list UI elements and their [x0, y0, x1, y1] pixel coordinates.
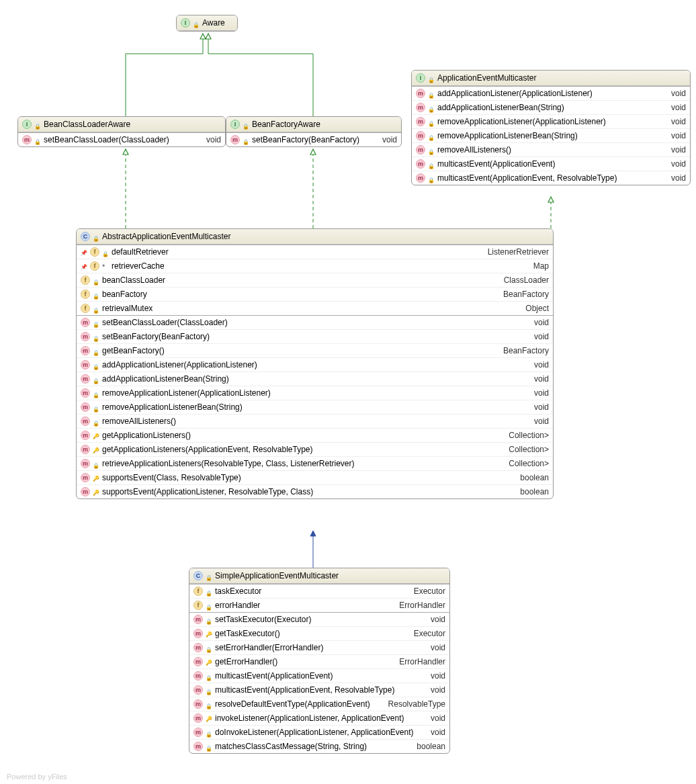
method-row: mgetBeanFactory()BeanFactory: [77, 343, 553, 357]
member-sig: addApplicationListenerBean(String): [437, 103, 655, 112]
lock-icon: [93, 361, 99, 368]
method-icon: m: [81, 402, 90, 412]
method-sig: setBeanClassLoader(ClassLoader): [44, 135, 190, 144]
field-icon: f: [81, 275, 90, 285]
member-ret: void: [417, 728, 445, 737]
member-ret: void: [521, 402, 549, 412]
method-row: msetBeanClassLoader(ClassLoader)void: [77, 316, 553, 329]
member-ret: void: [658, 89, 686, 98]
key-icon: [93, 431, 99, 440]
field-icon: f: [90, 247, 99, 257]
lock-icon: [93, 460, 99, 467]
method-row: mgetApplicationListeners()Collection>: [77, 428, 553, 442]
member-ret: boolean: [507, 473, 549, 482]
field-icon: f: [81, 304, 90, 313]
method-icon: m: [193, 629, 203, 638]
lock-icon: [428, 146, 435, 153]
method-row: mmulticastEvent(ApplicationEvent, Resolv…: [412, 171, 690, 185]
member-ret: BeanFactory: [490, 346, 549, 355]
member-sig: addApplicationListener(ApplicationListen…: [437, 89, 655, 98]
member-ret: void: [417, 643, 445, 652]
lock-icon: [206, 687, 212, 693]
member-sig: getBeanFactory(): [102, 346, 487, 355]
method-icon: m: [81, 487, 90, 496]
method-row: mgetTaskExecutor()Executor: [189, 626, 449, 640]
lock-icon: [193, 19, 200, 26]
method-icon: m: [230, 135, 240, 144]
member-ret: void: [417, 671, 445, 681]
method-icon: m: [81, 431, 90, 440]
member-sig: removeApplicationListenerBean(String): [437, 131, 655, 140]
member-sig: retrieverCache: [112, 261, 517, 271]
class-aware[interactable]: IAware: [176, 15, 238, 32]
lock-icon: [93, 233, 99, 240]
method-ret: void: [193, 135, 221, 144]
class-title: BeanClassLoaderAware: [44, 120, 221, 129]
method-icon: m: [81, 388, 90, 398]
class-saem[interactable]: CSimpleApplicationEventMulticaster ftask…: [189, 568, 450, 754]
member-sig: beanClassLoader: [102, 275, 488, 285]
member-ret: boolean: [507, 487, 549, 496]
class-title: Aware: [202, 18, 233, 28]
member-ret: void: [521, 332, 549, 341]
method-icon: m: [193, 671, 203, 681]
interface-icon: I: [181, 18, 190, 28]
key-icon: [93, 487, 99, 496]
method-row: mretrieveApplicationListeners(Resolvable…: [77, 456, 553, 470]
class-icon: C: [81, 232, 90, 241]
method-row: maddApplicationListener(ApplicationListe…: [412, 87, 690, 100]
method-row: mresolveDefaultEventType(ApplicationEven…: [189, 697, 449, 711]
lock-icon: [428, 104, 435, 111]
method-icon: m: [416, 173, 425, 183]
class-bcla[interactable]: IBeanClassLoaderAware msetBeanClassLoade…: [17, 116, 226, 147]
method-row: maddApplicationListenerBean(String)void: [412, 100, 690, 114]
member-sig: getErrorHandler(): [215, 657, 383, 666]
lock-icon: [93, 319, 99, 326]
method-row: mremoveAllListeners()void: [412, 142, 690, 157]
member-ret: Collection>: [495, 445, 549, 454]
method-row: minvokeListener(ApplicationListener, App…: [189, 711, 449, 725]
class-bfa[interactable]: IBeanFactoryAware msetBeanFactory(BeanFa…: [226, 116, 402, 147]
interface-icon: I: [416, 73, 425, 83]
member-ret: void: [521, 318, 549, 327]
class-title: BeanFactoryAware: [252, 120, 397, 129]
lock-icon: [206, 602, 212, 609]
member-sig: multicastEvent(ApplicationEvent, Resolva…: [215, 685, 415, 695]
member-sig: getTaskExecutor(): [215, 629, 398, 638]
lock-icon: [93, 305, 99, 312]
method-row: mgetApplicationListeners(ApplicationEven…: [77, 442, 553, 456]
key-icon: [93, 445, 99, 454]
field-row: ferrorHandlerErrorHandler: [189, 598, 449, 612]
member-ret: void: [658, 145, 686, 155]
member-sig: setTaskExecutor(Executor): [215, 615, 415, 624]
lock-icon: [428, 175, 435, 181]
class-aaem[interactable]: CAbstractApplicationEventMulticaster fde…: [76, 228, 554, 499]
method-icon: m: [193, 742, 203, 751]
lock-icon: [428, 90, 435, 97]
method-icon: m: [81, 473, 90, 482]
member-ret: void: [658, 117, 686, 126]
member-sig: removeApplicationListener(ApplicationLis…: [102, 388, 518, 398]
lock-icon: [428, 118, 435, 125]
method-icon: m: [416, 103, 425, 112]
member-sig: matchesClassCastMessage(String, String): [215, 742, 400, 751]
method-row: mmatchesClassCastMessage(String, String)…: [189, 739, 449, 753]
member-ret: void: [417, 615, 445, 624]
member-ret: Object: [512, 304, 549, 313]
class-aem[interactable]: IApplicationEventMulticaster maddApplica…: [411, 70, 691, 185]
member-ret: boolean: [403, 742, 445, 751]
member-sig: multicastEvent(ApplicationEvent): [215, 671, 415, 681]
pin-icon: [81, 261, 87, 271]
lock-icon: [206, 672, 212, 679]
lock-icon: [102, 249, 109, 255]
class-title: AbstractApplicationEventMulticaster: [102, 232, 549, 241]
method-icon: m: [416, 131, 425, 140]
field-row: fretrievalMutexObject: [77, 301, 553, 315]
method-icon: m: [81, 445, 90, 454]
member-sig: supportsEvent(Class, ResolvableType): [102, 473, 504, 482]
member-ret: Executor: [400, 629, 445, 638]
method-row: msetTaskExecutor(Executor)void: [189, 613, 449, 626]
member-ret: ClassLoader: [490, 275, 549, 285]
key-icon: [206, 713, 212, 723]
member-sig: addApplicationListener(ApplicationListen…: [102, 360, 518, 369]
